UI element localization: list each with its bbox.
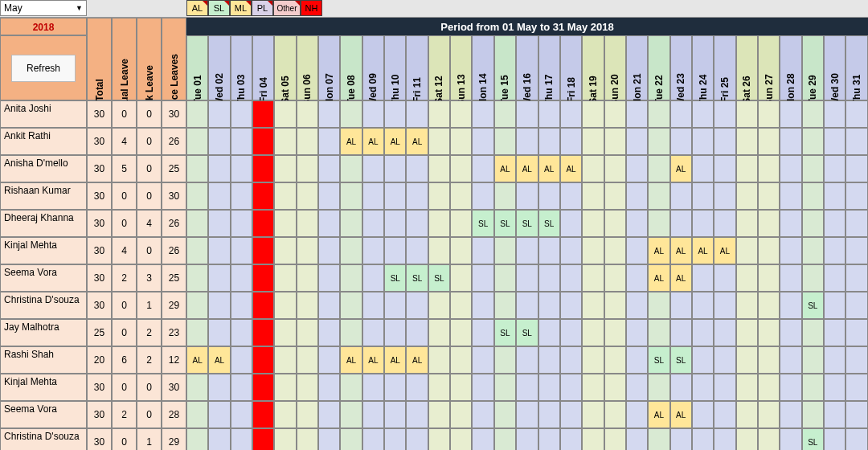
- day-cell[interactable]: [560, 210, 582, 237]
- day-cell[interactable]: [208, 374, 230, 401]
- day-cell[interactable]: [208, 100, 230, 128]
- day-cell[interactable]: [450, 155, 472, 182]
- day-cell[interactable]: [692, 374, 714, 401]
- day-cell[interactable]: [604, 428, 626, 450]
- day-cell[interactable]: [231, 401, 252, 428]
- day-cell[interactable]: [450, 374, 472, 401]
- day-cell[interactable]: [362, 401, 384, 428]
- day-cell[interactable]: [780, 182, 801, 210]
- day-cell[interactable]: [384, 292, 406, 319]
- day-cell[interactable]: [450, 237, 472, 264]
- day-cell[interactable]: [824, 428, 845, 450]
- day-cell[interactable]: [450, 182, 472, 210]
- day-cell[interactable]: [670, 100, 692, 128]
- day-cell[interactable]: [406, 100, 428, 128]
- day-cell[interactable]: [780, 374, 801, 401]
- day-cell[interactable]: [780, 346, 801, 374]
- day-cell[interactable]: [626, 128, 648, 155]
- day-cell[interactable]: [231, 428, 252, 450]
- day-cell[interactable]: [648, 128, 669, 155]
- day-cell[interactable]: [450, 428, 472, 450]
- day-cell[interactable]: [780, 401, 801, 428]
- day-cell[interactable]: [758, 210, 780, 237]
- day-cell[interactable]: [604, 128, 626, 155]
- day-cell[interactable]: [450, 292, 472, 319]
- day-cell[interactable]: [208, 237, 230, 264]
- day-cell[interactable]: [406, 319, 428, 346]
- day-cell[interactable]: [450, 128, 472, 155]
- day-cell[interactable]: [340, 182, 362, 210]
- day-cell[interactable]: [252, 374, 274, 401]
- day-cell[interactable]: [318, 100, 340, 128]
- day-cell[interactable]: [758, 237, 780, 264]
- day-cell[interactable]: [494, 401, 516, 428]
- day-cell[interactable]: [604, 319, 626, 346]
- day-cell[interactable]: [516, 346, 538, 374]
- day-cell[interactable]: [736, 210, 758, 237]
- day-cell[interactable]: SL: [406, 264, 428, 292]
- day-cell[interactable]: [758, 100, 780, 128]
- day-cell[interactable]: [186, 237, 208, 264]
- day-cell[interactable]: [318, 319, 340, 346]
- day-cell[interactable]: AL: [340, 128, 362, 155]
- day-cell[interactable]: AL: [648, 401, 669, 428]
- day-cell[interactable]: [186, 292, 208, 319]
- day-cell[interactable]: [845, 210, 867, 237]
- day-cell[interactable]: [252, 128, 274, 155]
- day-cell[interactable]: [318, 346, 340, 374]
- day-cell[interactable]: [582, 319, 604, 346]
- day-cell[interactable]: [692, 401, 714, 428]
- day-cell[interactable]: SL: [494, 210, 516, 237]
- day-cell[interactable]: [845, 401, 867, 428]
- day-cell[interactable]: [802, 100, 824, 128]
- day-cell[interactable]: [340, 401, 362, 428]
- day-cell[interactable]: [670, 128, 692, 155]
- day-cell[interactable]: AL: [538, 155, 560, 182]
- day-cell[interactable]: [208, 128, 230, 155]
- day-cell[interactable]: [845, 100, 867, 128]
- day-cell[interactable]: SL: [802, 428, 824, 450]
- day-cell[interactable]: [626, 155, 648, 182]
- day-cell[interactable]: [538, 292, 560, 319]
- day-cell[interactable]: [384, 237, 406, 264]
- day-cell[interactable]: [670, 210, 692, 237]
- day-cell[interactable]: [274, 210, 296, 237]
- day-cell[interactable]: [208, 401, 230, 428]
- day-cell[interactable]: [736, 374, 758, 401]
- day-cell[interactable]: [560, 264, 582, 292]
- day-cell[interactable]: [428, 182, 450, 210]
- day-cell[interactable]: [626, 374, 648, 401]
- day-cell[interactable]: SL: [802, 292, 824, 319]
- day-cell[interactable]: [582, 292, 604, 319]
- day-cell[interactable]: [472, 155, 493, 182]
- day-cell[interactable]: [231, 292, 252, 319]
- day-cell[interactable]: [560, 237, 582, 264]
- day-cell[interactable]: [297, 155, 318, 182]
- day-cell[interactable]: [186, 264, 208, 292]
- day-cell[interactable]: [516, 428, 538, 450]
- day-cell[interactable]: [384, 319, 406, 346]
- day-cell[interactable]: SL: [384, 264, 406, 292]
- day-cell[interactable]: [362, 100, 384, 128]
- day-cell[interactable]: [494, 428, 516, 450]
- day-cell[interactable]: [670, 182, 692, 210]
- day-cell[interactable]: [538, 428, 560, 450]
- day-cell[interactable]: [692, 155, 714, 182]
- day-cell[interactable]: [406, 237, 428, 264]
- day-cell[interactable]: [231, 319, 252, 346]
- day-cell[interactable]: [824, 264, 845, 292]
- day-cell[interactable]: [340, 155, 362, 182]
- day-cell[interactable]: [428, 401, 450, 428]
- day-cell[interactable]: [494, 100, 516, 128]
- day-cell[interactable]: [472, 428, 493, 450]
- day-cell[interactable]: [297, 374, 318, 401]
- day-cell[interactable]: [714, 346, 735, 374]
- day-cell[interactable]: [714, 292, 735, 319]
- day-cell[interactable]: [362, 264, 384, 292]
- day-cell[interactable]: [692, 264, 714, 292]
- day-cell[interactable]: [186, 210, 208, 237]
- day-cell[interactable]: [736, 155, 758, 182]
- day-cell[interactable]: [758, 346, 780, 374]
- day-cell[interactable]: [384, 428, 406, 450]
- day-cell[interactable]: AL: [340, 346, 362, 374]
